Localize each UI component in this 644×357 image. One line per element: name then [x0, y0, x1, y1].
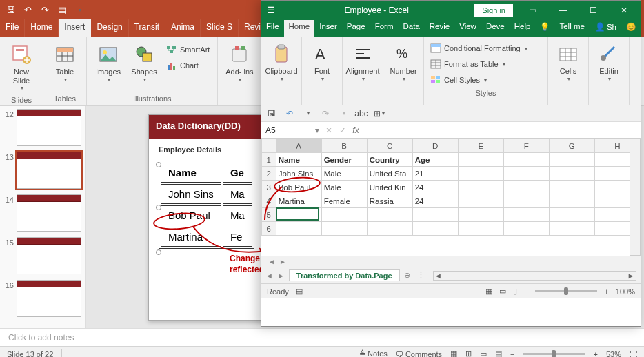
cell[interactable] — [503, 181, 549, 194]
new-slide-button[interactable]: New Slide — [4, 40, 39, 94]
ppt-tab-transit[interactable]: Transit — [129, 19, 165, 37]
row-header[interactable]: 6 — [262, 222, 276, 236]
cell[interactable]: 24 — [412, 181, 458, 194]
xl-tab-view[interactable]: View — [454, 20, 481, 37]
cell[interactable]: 24 — [412, 194, 458, 208]
scroll-left-icon[interactable]: ◄ — [268, 258, 275, 265]
undo-icon[interactable]: ↶ — [20, 2, 35, 17]
cell[interactable] — [321, 208, 367, 222]
macro-record-icon[interactable]: ▤ — [296, 287, 303, 296]
cell[interactable] — [549, 153, 594, 167]
zoom-level[interactable]: 100% — [616, 287, 635, 296]
cell[interactable] — [549, 222, 594, 236]
cell[interactable]: Male — [321, 167, 367, 181]
zoom-in-icon[interactable]: + — [594, 350, 598, 358]
chart-button[interactable]: Chart — [163, 58, 213, 73]
cell[interactable] — [503, 208, 549, 222]
cell[interactable] — [412, 222, 458, 236]
slide-thumbnail[interactable] — [17, 194, 81, 232]
vertical-scrollbar[interactable] — [630, 139, 641, 256]
col-header-D[interactable]: D — [412, 139, 458, 153]
cell[interactable] — [503, 194, 549, 208]
cell[interactable] — [503, 153, 549, 167]
ppt-tab-insert[interactable]: Insert — [59, 19, 91, 37]
cell[interactable]: Female — [321, 194, 367, 208]
cell[interactable]: Gender — [321, 153, 367, 167]
formula-input[interactable] — [362, 129, 641, 132]
horizontal-scrollbar[interactable]: ◄ ► — [433, 271, 636, 280]
xl-tab-page[interactable]: Page — [342, 20, 370, 37]
cell[interactable] — [458, 194, 503, 208]
zoom-in-icon[interactable]: + — [604, 287, 608, 296]
fit-to-window-icon[interactable]: ⛶ — [630, 350, 637, 358]
xl-tab-home[interactable]: Home — [284, 20, 315, 37]
col-header-E[interactable]: E — [458, 139, 503, 153]
table-button[interactable]: Table — [48, 40, 82, 86]
sheet-tab[interactable]: Transformed by Data.Page — [289, 269, 400, 281]
xl-tab-revie[interactable]: Revie — [425, 20, 454, 37]
xl-tab-file[interactable]: File — [261, 20, 284, 37]
cell-styles-button[interactable]: Cell Styles — [427, 72, 545, 88]
slide-thumbnail[interactable] — [17, 280, 81, 317]
col-header-G[interactable]: G — [549, 139, 594, 153]
slideshow-icon[interactable]: ▤ — [495, 349, 502, 357]
col-header-C[interactable]: C — [367, 139, 412, 153]
cell[interactable] — [367, 222, 412, 236]
cell[interactable] — [412, 208, 458, 222]
row-header[interactable]: 2 — [262, 167, 276, 181]
minimize-icon[interactable]: — — [549, 1, 578, 20]
cell[interactable] — [458, 222, 503, 236]
maximize-icon[interactable]: ☐ — [579, 1, 608, 20]
fx-icon[interactable]: fx — [350, 125, 362, 135]
redo-icon[interactable]: ↷ — [37, 2, 52, 17]
row-header[interactable]: 4 — [262, 194, 276, 208]
namebox-dropdown-icon[interactable]: ▾ — [312, 125, 322, 135]
cell[interactable] — [367, 208, 412, 222]
selection-handle[interactable] — [156, 162, 161, 167]
clipboard-button[interactable]: Clipboard — [264, 39, 299, 85]
font-button[interactable]: A Font — [305, 39, 339, 85]
normal-view-icon[interactable]: ▦ — [485, 287, 492, 296]
cells-button[interactable]: Cells — [551, 39, 585, 85]
save-icon[interactable]: 🖫 — [3, 2, 18, 17]
sign-in-button[interactable]: Sign in — [474, 4, 513, 17]
cell[interactable] — [458, 167, 503, 181]
feedback-icon[interactable]: 😊 — [621, 20, 641, 37]
row-header[interactable]: 1 — [262, 153, 276, 167]
xl-tab-deve[interactable]: Deve — [481, 20, 510, 37]
normal-view-icon[interactable]: ▦ — [450, 349, 457, 357]
editing-button[interactable]: Editin — [592, 39, 626, 85]
row-header[interactable]: 5 — [262, 208, 276, 222]
cell[interactable]: Country — [367, 153, 412, 167]
xl-tab-form[interactable]: Form — [370, 20, 399, 37]
cell[interactable] — [321, 222, 367, 236]
cell[interactable]: Male — [321, 181, 367, 194]
images-button[interactable]: Images — [91, 40, 125, 86]
slide-thumbnails-panel[interactable]: 1213141516 — [0, 106, 86, 328]
col-header-B[interactable]: B — [321, 139, 367, 153]
cell[interactable]: Age — [412, 153, 458, 167]
cell[interactable] — [503, 222, 549, 236]
conditional-formatting-button[interactable]: Conditional Formatting — [427, 41, 545, 56]
zoom-level[interactable]: 53% — [606, 350, 621, 358]
ppt-tab-slide s[interactable]: Slide S — [201, 19, 239, 37]
xl-tab-inser[interactable]: Inser — [314, 20, 342, 37]
zoom-out-icon[interactable]: − — [510, 350, 514, 358]
ppt-tab-design[interactable]: Design — [91, 19, 128, 37]
cell[interactable] — [458, 208, 503, 222]
cell[interactable] — [549, 167, 594, 181]
zoom-slider[interactable] — [535, 290, 597, 292]
cell[interactable] — [458, 181, 503, 194]
spreadsheet-grid[interactable]: ABCDEFGH1NameGenderCountryAge2John SinsM… — [261, 139, 641, 256]
redo-dropdown[interactable] — [336, 107, 351, 121]
xl-tab-help[interactable]: Help — [510, 20, 536, 37]
cell[interactable] — [549, 181, 594, 194]
cell[interactable]: Rassia — [367, 194, 412, 208]
ppt-tab-file[interactable]: File — [0, 19, 25, 37]
comments-toggle[interactable]: Comments — [405, 350, 442, 358]
redo-icon[interactable]: ↷ — [318, 107, 333, 121]
selection-handle[interactable] — [156, 249, 161, 255]
cell[interactable] — [549, 208, 594, 222]
addins-button[interactable]: Add- ins — [222, 40, 256, 86]
save-icon[interactable]: 🖫 — [264, 107, 279, 121]
